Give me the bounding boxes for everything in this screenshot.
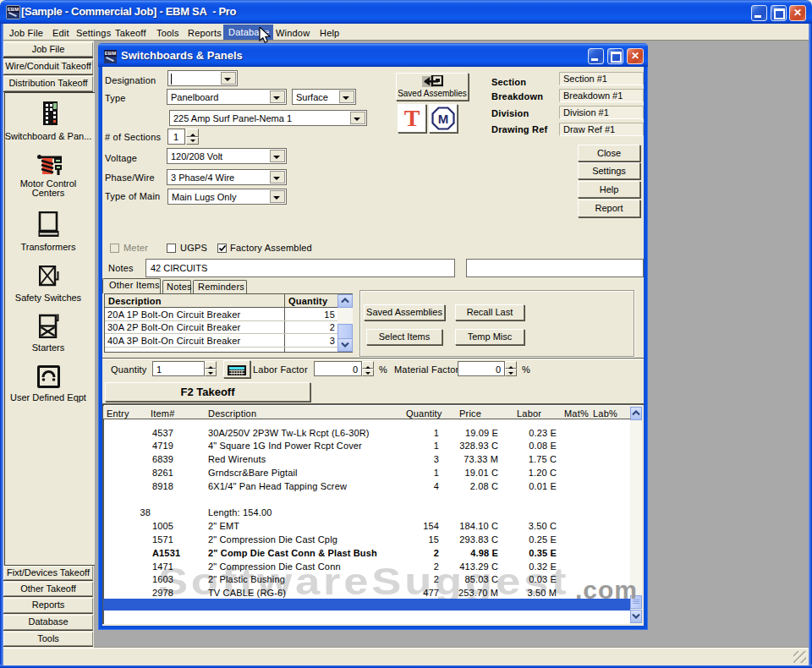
svg-text:M: M: [438, 112, 449, 126]
